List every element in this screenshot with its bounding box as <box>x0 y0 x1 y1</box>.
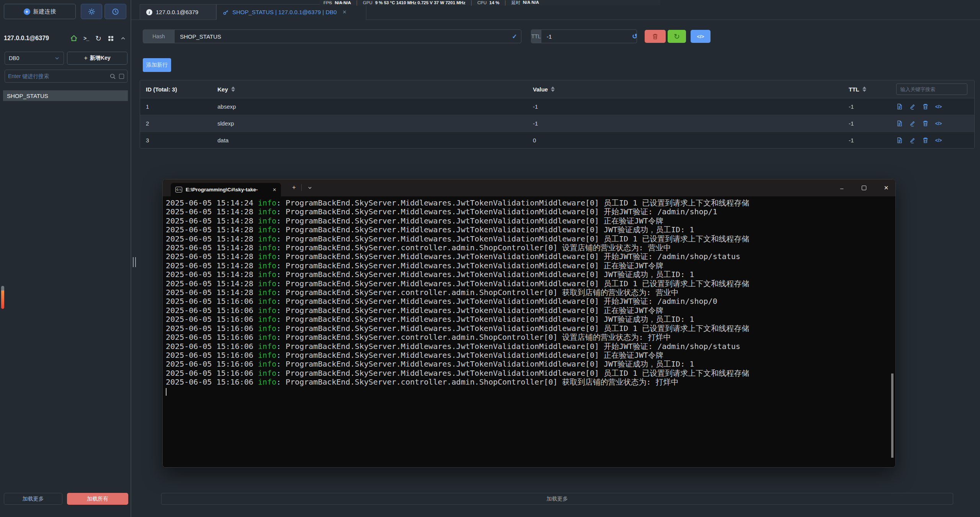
delete-row-icon[interactable] <box>922 103 929 110</box>
chevron-up-icon[interactable] <box>119 34 127 42</box>
cell-value: -1 <box>527 103 843 110</box>
copy-row-icon[interactable] <box>896 137 903 144</box>
edit-row-icon[interactable] <box>909 137 916 144</box>
terminal-maximize-button[interactable] <box>853 179 875 196</box>
terminal-icon[interactable]: >_ <box>82 34 90 42</box>
log-line: 2025-06-05 15:16:06 info: ProgramBackEnd… <box>166 369 893 378</box>
row-actions: </> <box>890 137 974 144</box>
terminal-dropdown-button[interactable] <box>305 183 315 192</box>
log-line: 2025-06-05 15:16:06 info: ProgramBackEnd… <box>166 297 893 306</box>
sort-value-icon[interactable] <box>551 86 555 92</box>
key-name-group: Hash ✓ <box>143 29 521 43</box>
log-line: 2025-06-05 15:14:28 info: ProgramBackEnd… <box>166 217 893 225</box>
log-line: 2025-06-05 15:16:06 info: ProgramBackEnd… <box>166 342 893 351</box>
key-name-input[interactable] <box>175 33 508 40</box>
db-select[interactable]: DB0 <box>5 52 64 65</box>
code-icon: </> <box>697 34 704 39</box>
log-line: 2025-06-05 15:14:28 info: ProgramBackEnd… <box>166 270 893 279</box>
sidebar-divider <box>131 0 131 517</box>
log-line: 2025-06-05 15:16:06 info: ProgramBackEnd… <box>166 315 893 324</box>
plus-circle-icon: + <box>24 8 30 15</box>
row-code-icon[interactable]: </> <box>935 121 942 126</box>
copy-row-icon[interactable] <box>896 120 903 127</box>
add-key-button[interactable]: + 新增Key <box>67 52 127 65</box>
table-search-input[interactable] <box>896 83 967 95</box>
terminal-scrollbar-thumb[interactable] <box>891 373 893 458</box>
connection-name: 127.0.0.1@6379 <box>4 35 49 42</box>
log-line: 2025-06-05 15:14:24 info: ProgramBackEnd… <box>166 199 893 207</box>
edit-row-icon[interactable] <box>909 103 916 110</box>
table-row[interactable]: 2 sldexp -1 -1 <box>140 115 974 132</box>
key-list-item[interactable]: SHOP_STATUS <box>3 90 128 101</box>
ttl-input[interactable] <box>541 33 628 40</box>
log-line: 2025-06-05 15:14:28 info: ProgramBackEnd… <box>166 243 893 252</box>
sort-ttl-icon[interactable] <box>862 86 866 92</box>
log-line: 2025-06-05 15:16:06 info: ProgramBackEnd… <box>166 360 893 369</box>
tab-connection[interactable]: i 127.0.0.1@6379 <box>140 4 216 20</box>
edit-row-icon[interactable] <box>909 120 916 127</box>
refresh-icon[interactable]: ↻ <box>94 34 103 42</box>
cell-key: sldexp <box>212 120 527 127</box>
cmd-icon: C:\ <box>175 187 182 192</box>
sort-key-icon[interactable] <box>231 86 235 92</box>
grid-icon[interactable] <box>106 34 115 42</box>
ttl-history-icon[interactable]: ↺ <box>628 32 637 41</box>
terminal-new-tab-button[interactable]: + <box>289 183 299 192</box>
load-more-keys-button[interactable]: 加载更多 <box>4 493 62 505</box>
home-icon[interactable] <box>70 34 78 42</box>
delete-key-button[interactable] <box>645 30 666 43</box>
terminal-tab-close-icon[interactable]: ✕ <box>273 187 276 192</box>
header-value: Value <box>527 86 843 93</box>
new-connection-label: 新建连接 <box>33 8 56 15</box>
copy-row-icon[interactable] <box>896 103 903 110</box>
row-code-icon[interactable]: </> <box>935 104 942 109</box>
log-line: 2025-06-05 15:14:28 info: ProgramBackEnd… <box>166 279 893 288</box>
add-row-button[interactable]: 添加新行 <box>143 58 171 72</box>
settings-button[interactable] <box>81 4 102 19</box>
tab-key-shop-status[interactable]: SHOP_STATUS | 127.0.0.1@6379 | DB0 ✕ <box>216 4 366 20</box>
add-key-label: 新增Key <box>90 55 111 62</box>
terminal-tab[interactable]: C:\ E:\Programming\C#\sky-take- ✕ <box>171 183 281 196</box>
cell-ttl: -1 <box>843 137 890 144</box>
memory-gauge <box>1 286 4 309</box>
terminal-window: C:\ E:\Programming\C#\sky-take- ✕ + – ✕ … <box>162 179 896 468</box>
confirm-key-icon[interactable]: ✓ <box>508 33 521 40</box>
osd-separator: │ <box>504 0 507 5</box>
gauge-bar <box>1 290 4 309</box>
terminal-output[interactable]: 2025-06-05 15:14:24 info: ProgramBackEnd… <box>163 196 896 468</box>
new-connection-button[interactable]: + 新建连接 <box>4 4 76 19</box>
redis-client-app: + 新建连接 127.0.0.1@6379 >_ ↻ <box>0 0 980 517</box>
load-more-fields-button[interactable]: 加载更多 <box>161 493 953 505</box>
db-selected-value: DB0 <box>9 55 19 61</box>
sidebar-resize-handle[interactable] <box>133 257 136 267</box>
table-row[interactable]: 3 data 0 -1 <box>140 132 974 148</box>
cell-id: 1 <box>140 103 212 110</box>
exact-match-toggle-icon[interactable] <box>119 74 124 79</box>
terminal-close-button[interactable]: ✕ <box>875 179 896 196</box>
log-line: 2025-06-05 15:14:28 info: ProgramBackEnd… <box>166 235 893 243</box>
load-all-keys-button[interactable]: 加载所有 <box>67 493 128 505</box>
log-line: 2025-06-05 15:14:28 info: ProgramBackEnd… <box>166 288 893 297</box>
table-row[interactable]: 1 absexp -1 -1 <box>140 98 974 115</box>
view-code-button[interactable]: </> <box>691 30 710 43</box>
terminal-tab-separator <box>301 184 302 191</box>
terminal-minimize-button[interactable]: – <box>831 179 853 196</box>
history-button[interactable] <box>105 4 126 19</box>
reload-key-button[interactable]: ↻ <box>668 30 686 43</box>
gear-icon <box>88 8 95 15</box>
terminal-titlebar[interactable]: C:\ E:\Programming\C#\sky-take- ✕ + – ✕ <box>163 179 895 196</box>
log-line: 2025-06-05 15:14:28 info: ProgramBackEnd… <box>166 207 893 216</box>
osd-latency: 延时N/A N/A <box>511 0 539 6</box>
ttl-group: TTL ↺ ✓ <box>531 29 637 43</box>
key-search-input[interactable] <box>8 73 106 79</box>
delete-row-icon[interactable] <box>922 120 929 127</box>
tab-close-icon[interactable]: ✕ <box>343 9 347 15</box>
log-line: 2025-06-05 15:16:06 info: ProgramBackEnd… <box>166 378 893 387</box>
osd-separator: │ <box>470 0 473 5</box>
osd-gpu: GPU9 % 53 °C 1410 MHz 0.725 V 37 W 7201 … <box>363 0 466 5</box>
trash-icon <box>652 33 658 40</box>
log-line: 2025-06-05 15:14:28 info: ProgramBackEnd… <box>166 252 893 261</box>
delete-row-icon[interactable] <box>922 137 929 144</box>
row-actions: </> <box>890 103 974 110</box>
row-code-icon[interactable]: </> <box>935 138 942 143</box>
